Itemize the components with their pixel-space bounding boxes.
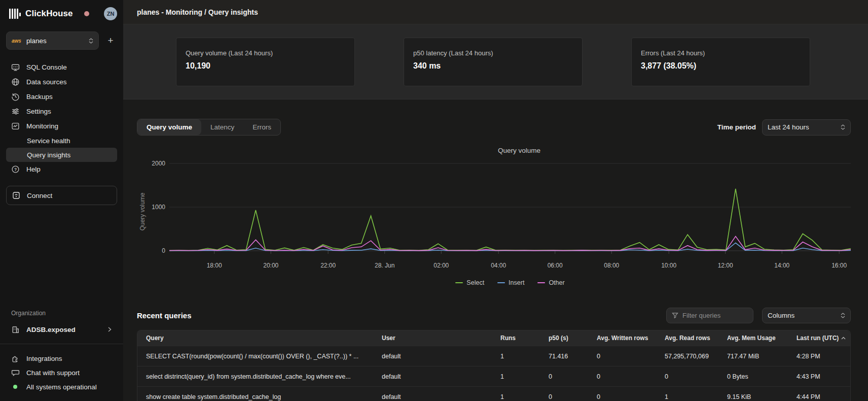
chart-yticks: 010002000 [148, 163, 169, 260]
connect-button[interactable]: Connect [6, 186, 117, 205]
tab-query-volume[interactable]: Query volume [137, 119, 201, 135]
content: Query volume Latency Errors Time period … [123, 99, 868, 401]
chevron-updown-icon [89, 38, 93, 44]
query-volume-chart: Query volume Query volume 010002000 18:0… [137, 147, 851, 286]
sidebar-item-data-sources[interactable]: Data sources [6, 75, 117, 89]
sidebar-item-label: Data sources [26, 78, 67, 86]
connect-label: Connect [27, 192, 52, 199]
cell-p50: 71.416 [540, 353, 588, 360]
cell-avg-read: 1 [656, 393, 718, 400]
brand-row: ClickHouse ZN [6, 5, 117, 22]
col-header-avg-read[interactable]: Avg. Read rows [656, 335, 718, 342]
table-row[interactable]: SELECT CAST(round(pow(count() / max(coun… [137, 346, 850, 366]
col-header-avg-written[interactable]: Avg. Written rows [588, 335, 656, 342]
legend-label: Other [549, 279, 564, 286]
chat-icon [11, 369, 20, 377]
table-row[interactable]: show create table system.distributed_cac… [137, 387, 850, 401]
chart-series-select [169, 189, 851, 251]
legend-item-insert[interactable]: Insert [497, 279, 524, 286]
settings-icon [11, 107, 20, 116]
cell-query[interactable]: select distrinct(query_id) from system.d… [137, 373, 373, 380]
chart-ylabel: Query volume [139, 193, 146, 231]
col-header-last-run[interactable]: Last run (UTC) [788, 335, 850, 342]
chart-xtick-label: 02:00 [433, 262, 449, 269]
cell-user: default [373, 373, 492, 380]
user-avatar[interactable]: ZN [104, 7, 117, 20]
filter-queries-box[interactable] [666, 308, 753, 323]
brand-name: ClickHouse [25, 9, 73, 19]
funnel-icon [672, 312, 678, 319]
chevron-updown-icon [841, 313, 845, 318]
chart-svg [169, 163, 851, 260]
sidebar-item-chat-support[interactable]: Chat with support [6, 365, 117, 380]
tab-latency[interactable]: Latency [201, 119, 243, 135]
data-sources-icon [11, 78, 20, 86]
sidebar-item-backups[interactable]: Backups [6, 89, 117, 104]
chart-xtick-label: 18:00 [207, 262, 222, 269]
stat-label: Query volume (Last 24 hours) [186, 49, 345, 57]
chevron-updown-icon [841, 124, 845, 130]
stat-card-query-volume: Query volume (Last 24 hours) 10,190 [176, 38, 355, 86]
notification-dot-icon [84, 11, 89, 16]
sidebar-item-query-insights[interactable]: Query insights [6, 148, 117, 162]
help-icon: ? [11, 165, 20, 174]
chart-plot-row: Query volume 010002000 [137, 163, 851, 260]
col-header-last-run-label: Last run (UTC) [797, 335, 839, 342]
integrations-label: Integrations [26, 355, 62, 362]
cell-query[interactable]: show create table system.distributed_cac… [137, 393, 373, 400]
tab-errors[interactable]: Errors [243, 119, 280, 135]
col-header-user[interactable]: User [373, 335, 492, 342]
legend-item-other[interactable]: Other [537, 279, 564, 286]
legend-item-select[interactable]: Select [455, 279, 484, 286]
stat-value: 340 ms [413, 61, 573, 71]
service-selector-row: aws planes + [6, 31, 117, 50]
cell-avg-written: 0 [588, 353, 656, 360]
sidebar-item-sql-console[interactable]: SQL Console [6, 60, 117, 75]
time-period-select[interactable]: Last 24 hours [762, 119, 851, 136]
chart-xtick-label: 14:00 [774, 262, 789, 269]
organization-switcher[interactable]: ADSB.exposed [6, 322, 117, 337]
breadcrumb: planes - Monitoring / Query insights [137, 8, 258, 16]
connect-icon [12, 191, 20, 199]
sidebar: ClickHouse ZN aws planes + SQL Console [0, 0, 123, 401]
add-service-button[interactable]: + [104, 35, 117, 46]
sidebar-item-label: Backups [26, 93, 53, 101]
chart-xtick-label: 20:00 [263, 262, 278, 269]
clickhouse-logo-icon [9, 9, 21, 19]
sidebar-item-settings[interactable]: Settings [6, 104, 117, 119]
table-row[interactable]: select distrinct(query_id) from system.d… [137, 366, 850, 387]
cell-avg-mem: 9.15 KiB [718, 393, 788, 400]
system-status-row[interactable]: All systems operational [6, 380, 117, 394]
columns-select[interactable]: Columns [762, 308, 851, 323]
time-period-label: Time period [717, 123, 756, 131]
sidebar-item-integrations[interactable]: Integrations [6, 351, 117, 365]
sidebar-item-label: Monitoring [26, 122, 58, 130]
service-select[interactable]: aws planes [6, 31, 99, 50]
col-header-avg-mem[interactable]: Avg. Mem Usage [718, 335, 788, 342]
stat-value: 3,877 (38.05%) [641, 61, 801, 71]
chart-xtick-label: 06:00 [548, 262, 563, 269]
cell-avg-written: 0 [588, 373, 656, 380]
filter-queries-input[interactable] [682, 312, 738, 319]
tabs-row: Query volume Latency Errors Time period … [137, 119, 851, 136]
cell-query[interactable]: SELECT CAST(round(pow(count() / max(coun… [137, 353, 373, 360]
chart-ytick-label: 1000 [152, 204, 165, 211]
sidebar-item-help[interactable]: ? Help [6, 162, 117, 177]
chart-series-other [169, 237, 851, 251]
status-ok-icon [13, 385, 17, 389]
chart-xtick-label: 10:00 [661, 262, 676, 269]
backups-icon [11, 92, 20, 101]
sidebar-item-service-health[interactable]: Service health [6, 133, 117, 148]
legend-swatch-icon [497, 282, 505, 284]
chart-xtick-label: 22:00 [320, 262, 336, 269]
cell-p50: 0 [540, 373, 588, 380]
cell-p50: 0 [540, 393, 588, 400]
col-header-runs[interactable]: Runs [492, 335, 540, 342]
col-header-p50[interactable]: p50 (s) [540, 335, 588, 342]
sidebar-item-monitoring[interactable]: Monitoring [6, 119, 117, 133]
col-header-query[interactable]: Query [137, 335, 373, 342]
system-status-label: All systems operational [26, 383, 97, 391]
chart-ytick-label: 0 [162, 247, 165, 254]
chevron-right-icon [107, 326, 112, 332]
app-root: ClickHouse ZN aws planes + SQL Console [0, 0, 868, 401]
